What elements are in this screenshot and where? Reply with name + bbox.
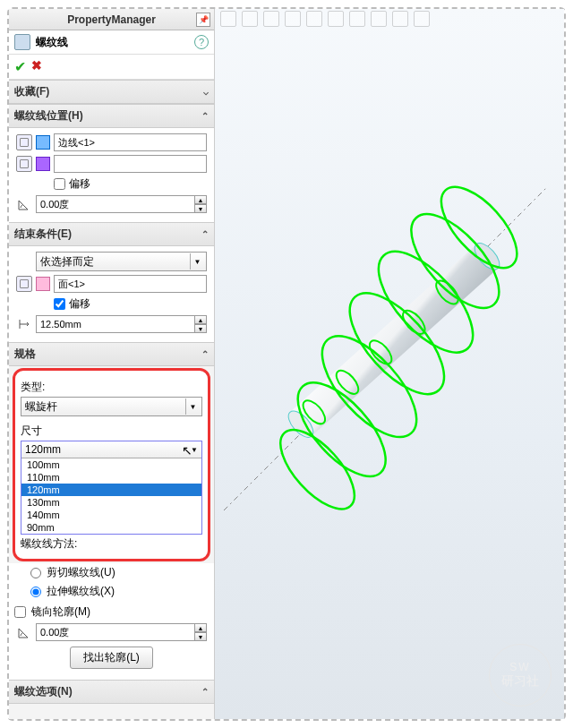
type-value: 螺旋杆 (25, 399, 57, 415)
chevron-up-icon: ⌃ (201, 229, 209, 239)
extrude-label: 拉伸螺纹线(X) (47, 584, 115, 599)
extrude-radio[interactable] (30, 587, 41, 597)
location-title: 螺纹线位置(H) (14, 108, 83, 124)
chevron-up-icon: ⌃ (201, 687, 209, 697)
pm-header: PropertyManager 📌 (9, 9, 214, 30)
highlight-box: 类型: 螺旋杆 ▼ 尺寸 120mm ▼ ↖ 100mm 110mm 120mm… (13, 368, 210, 561)
size-label: 尺寸 (21, 424, 202, 439)
chevron-down-icon: ⌵ (203, 87, 209, 97)
size-option[interactable]: 90mm (21, 521, 201, 534)
app-frame: PropertyManager 📌 螺纹线 ? ✔ ✖ 收藏(F) ⌵ 螺纹线位… (7, 7, 566, 721)
spin-up-icon[interactable]: ▲ (194, 623, 207, 632)
watermark: SW 研习社 (489, 644, 552, 707)
size-option[interactable]: 130mm (21, 496, 201, 509)
end-offset-label: 偏移 (69, 296, 90, 312)
cursor-icon: ↖ (182, 443, 192, 458)
helix-preview (215, 9, 573, 546)
svg-point-4 (268, 418, 367, 521)
cut-radio[interactable] (30, 568, 41, 578)
start-selection-input[interactable] (54, 155, 207, 173)
thread-feature-icon (14, 34, 30, 50)
angle-icon (16, 624, 32, 640)
spec-header[interactable]: 规格 ⌃ (9, 342, 214, 366)
cut-label: 剪切螺纹线(U) (47, 565, 115, 580)
end-offset-checkbox[interactable] (54, 298, 65, 310)
size-options-list: 100mm 110mm 120mm 130mm 140mm 90mm (21, 458, 201, 534)
size-option[interactable]: 140mm (21, 509, 201, 521)
favorites-header[interactable]: 收藏(F) ⌵ (9, 80, 214, 104)
viewport[interactable]: SW 研习社 (215, 9, 564, 719)
angle2-spinner[interactable]: ▲▼ (36, 623, 207, 641)
method-label-partial: 螺纹线方法: (21, 536, 202, 552)
face-type-icon (16, 276, 32, 292)
angle-spinner[interactable]: ▲▼ (36, 195, 207, 213)
help-icon[interactable]: ? (194, 35, 209, 49)
end-header[interactable]: 结束条件(E) ⌃ (9, 222, 214, 246)
pin-icon[interactable]: 📌 (196, 13, 210, 27)
end-title: 结束条件(E) (14, 227, 72, 242)
ok-icon[interactable]: ✔ (14, 58, 26, 75)
chevron-up-icon: ⌃ (201, 349, 209, 359)
location-body: 偏移 ▲▼ (9, 128, 214, 222)
end-face-input[interactable] (54, 275, 207, 293)
options-header[interactable]: 螺纹选项(N) ⌃ (9, 680, 214, 704)
spin-down-icon[interactable]: ▼ (194, 204, 207, 213)
angle2-input[interactable] (36, 623, 194, 641)
edge-selection-input[interactable] (54, 133, 207, 151)
angle-input[interactable] (36, 195, 194, 213)
options-title: 螺纹选项(N) (14, 684, 73, 699)
spin-up-icon[interactable]: ▲ (194, 195, 207, 204)
chevron-up-icon: ⌃ (201, 111, 209, 121)
size-option[interactable]: 110mm (21, 471, 201, 484)
property-manager-panel: PropertyManager 📌 螺纹线 ? ✔ ✖ 收藏(F) ⌵ 螺纹线位… (9, 9, 215, 719)
size-combo-open[interactable]: 120mm ▼ ↖ 100mm 110mm 120mm 130mm 140mm … (21, 441, 202, 535)
offset-spinner[interactable]: ▲▼ (36, 315, 207, 333)
size-selected: 120mm (25, 443, 61, 456)
mirror-checkbox[interactable] (14, 606, 26, 618)
face-type-icon (16, 156, 32, 172)
spin-down-icon[interactable]: ▼ (194, 324, 207, 333)
type-combo[interactable]: 螺旋杆 ▼ (21, 397, 202, 416)
angle-icon (16, 196, 32, 212)
find-profile-button[interactable]: 找出轮廓(L) (70, 647, 153, 669)
dropdown-arrow-icon: ▼ (185, 398, 200, 415)
favorites-title: 收藏(F) (14, 84, 49, 99)
spec-lower: 剪切螺纹线(U) 拉伸螺纹线(X) 镜向轮廓(M) ▲▼ 找出轮廓(L) (9, 563, 214, 680)
dropdown-arrow-icon: ▼ (190, 253, 204, 270)
blue-swatch-icon (36, 135, 50, 150)
distance-icon (16, 316, 32, 332)
feature-row: 螺纹线 ? (9, 30, 214, 55)
end-method-value: 依选择而定 (40, 254, 94, 270)
cancel-icon[interactable]: ✖ (31, 58, 42, 75)
spin-up-icon[interactable]: ▲ (194, 315, 207, 324)
feature-name: 螺纹线 (36, 35, 194, 50)
mirror-label: 镜向轮廓(M) (31, 604, 90, 620)
size-option-selected[interactable]: 120mm (21, 484, 201, 496)
watermark-l2: 研习社 (501, 673, 539, 689)
ok-cancel-row: ✔ ✖ (9, 55, 214, 80)
location-header[interactable]: 螺纹线位置(H) ⌃ (9, 104, 214, 128)
purple-swatch-icon (36, 157, 50, 171)
offset-value-input[interactable] (36, 315, 194, 333)
offset-label: 偏移 (69, 176, 90, 192)
svg-rect-1 (290, 244, 498, 436)
edge-type-icon (16, 134, 32, 150)
offset-checkbox[interactable] (54, 178, 65, 190)
type-label: 类型: (21, 380, 202, 395)
pink-swatch-icon (36, 277, 50, 291)
end-body: 依选择而定 ▼ 偏移 ▲▼ (9, 246, 214, 342)
pm-title: PropertyManager (67, 13, 156, 26)
size-option[interactable]: 100mm (21, 458, 201, 471)
watermark-l1: SW (509, 661, 530, 673)
spin-down-icon[interactable]: ▼ (194, 632, 207, 641)
spec-title: 规格 (14, 347, 36, 362)
end-method-combo[interactable]: 依选择而定 ▼ (36, 252, 207, 271)
